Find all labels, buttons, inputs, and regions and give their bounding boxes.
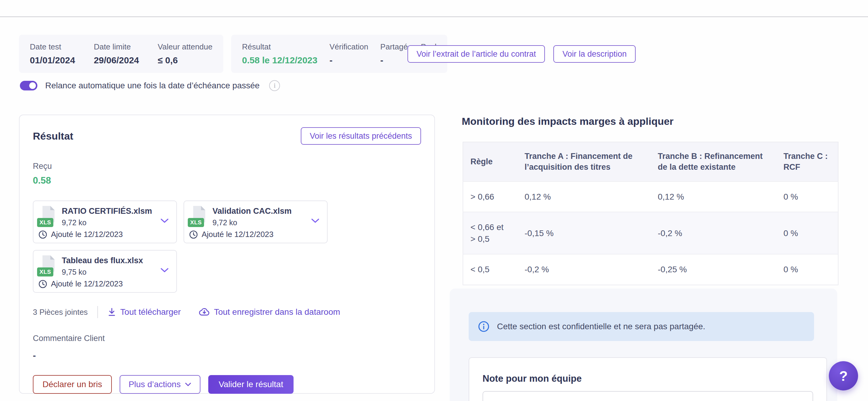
confidential-banner: Cette section est confidentielle et ne s… xyxy=(469,312,814,341)
col-header-regle: Règle xyxy=(463,142,518,182)
table-header-row: Règle Tranche A : Financement de l’acqui… xyxy=(463,142,838,182)
result-card: Résultat Voir les résultats précédents R… xyxy=(19,115,435,394)
file-card-top: XLS Tableau des flux.xlsx 9,75 ko xyxy=(38,255,172,279)
cell-tranche-a: -0,15 % xyxy=(518,212,651,254)
file-size: 9,72 ko xyxy=(213,218,292,227)
file-card[interactable]: XLS Validation CAC.xlsm 9,72 ko Ajouté l… xyxy=(184,201,328,243)
attachment-list: XLS RATIO CERTIFIÉS.xlsm 9,72 ko Ajouté … xyxy=(33,201,337,293)
col-header-tranche-a: Tranche A : Financement de l’acquisition… xyxy=(518,142,651,182)
chevron-down-icon xyxy=(185,382,191,387)
verification-field: Vérification - xyxy=(330,42,368,65)
file-added-text: Ajouté le 12/12/2023 xyxy=(202,230,274,239)
resultat-field: Résultat 0.58 le 12/12/2023 xyxy=(242,42,317,65)
date-limite-value: 29/06/2024 xyxy=(94,55,139,65)
received-label: Reçu xyxy=(33,162,421,171)
summary-strip: Date test 01/01/2024 Date limite 29/06/2… xyxy=(19,35,447,73)
download-all-label: Tout télécharger xyxy=(120,307,181,317)
file-size: 9,75 ko xyxy=(62,268,143,276)
resultat-value: 0.58 le 12/12/2023 xyxy=(242,55,317,65)
top-divider xyxy=(0,16,868,17)
file-card-top: XLS RATIO CERTIFIÉS.xlsm 9,72 ko xyxy=(38,205,172,229)
download-all-link[interactable]: Tout télécharger xyxy=(107,307,181,317)
file-meta: Tableau des flux.xlsx 9,75 ko xyxy=(62,255,143,276)
file-card-top: XLS Validation CAC.xlsm 9,72 ko xyxy=(189,205,322,229)
cloud-save-icon xyxy=(199,308,210,316)
date-test-value: 01/01/2024 xyxy=(30,55,75,65)
save-to-dataroom-link[interactable]: Tout enregistrer dans la dataroom xyxy=(199,307,340,317)
table-row: < 0,5 -0,2 % -0,25 % 0 % xyxy=(463,254,838,285)
cell-rule: < 0,5 xyxy=(463,254,518,285)
cell-rule: > 0,66 xyxy=(463,182,518,212)
attachments-count: 3 Pièces jointes xyxy=(33,308,88,317)
chevron-down-icon[interactable] xyxy=(160,268,169,273)
info-icon xyxy=(478,320,490,333)
date-test-field: Date test 01/01/2024 xyxy=(30,42,75,65)
chevron-down-icon[interactable] xyxy=(160,218,169,223)
margin-impacts-table: Règle Tranche A : Financement de l’acqui… xyxy=(463,142,838,285)
file-size: 9,72 ko xyxy=(62,218,152,227)
file-icon: XLS xyxy=(38,205,58,229)
file-icon: XLS xyxy=(189,205,208,229)
verification-label: Vérification xyxy=(330,42,368,52)
file-card[interactable]: XLS Tableau des flux.xlsx 9,75 ko Ajouté… xyxy=(33,250,177,293)
cell-tranche-b: 0,12 % xyxy=(650,182,776,212)
cell-tranche-b: -0,2 % xyxy=(650,212,776,254)
col-header-tranche-b: Tranche B : Refinancement de la dette ex… xyxy=(650,142,776,182)
declare-breach-button[interactable]: Déclarer un bris xyxy=(33,375,112,394)
file-meta: RATIO CERTIFIÉS.xlsm 9,72 ko xyxy=(62,205,152,227)
valeur-attendue-value: ≤ 0,6 xyxy=(158,55,213,65)
valeur-attendue-field: Valeur attendue ≤ 0,6 xyxy=(158,42,213,65)
result-card-header: Résultat Voir les résultats précédents xyxy=(33,127,421,145)
more-actions-button[interactable]: Plus d’actions xyxy=(120,375,201,394)
cell-tranche-c: 0 % xyxy=(776,254,838,285)
file-card[interactable]: XLS RATIO CERTIFIÉS.xlsm 9,72 ko Ajouté … xyxy=(33,201,177,243)
team-note-input[interactable]: Les documents sont bien certifiés par le… xyxy=(483,391,813,401)
file-added-row: Ajouté le 12/12/2023 xyxy=(38,230,172,239)
toggle-knob xyxy=(29,82,36,89)
verification-value: - xyxy=(330,55,368,65)
clock-icon xyxy=(38,279,47,288)
received-value: 0.58 xyxy=(33,175,421,186)
cell-tranche-c: 0 % xyxy=(776,182,838,212)
cell-rule: < 0,66 et > 0,5 xyxy=(463,212,518,254)
file-name: Validation CAC.xlsm xyxy=(213,207,292,216)
confidential-banner-text: Cette section est confidentielle et ne s… xyxy=(497,322,705,331)
file-name: RATIO CERTIFIÉS.xlsm xyxy=(62,207,152,216)
view-description-button[interactable]: Voir la description xyxy=(553,45,636,63)
info-icon[interactable]: i xyxy=(269,80,280,91)
vertical-divider xyxy=(97,306,98,318)
result-card-title: Résultat xyxy=(33,130,73,142)
file-added-text: Ajouté le 12/12/2023 xyxy=(51,230,123,239)
save-to-dataroom-label: Tout enregistrer dans la dataroom xyxy=(214,307,340,317)
clock-icon xyxy=(38,230,47,239)
previous-results-button[interactable]: Voir les résultats précédents xyxy=(301,127,421,145)
xls-badge: XLS xyxy=(37,268,53,276)
team-note-card: Note pour mon équipe Les documents sont … xyxy=(469,357,827,401)
chevron-down-icon[interactable] xyxy=(311,218,320,223)
file-name: Tableau des flux.xlsx xyxy=(62,256,143,265)
download-icon xyxy=(107,308,116,316)
attachments-toolbar: 3 Pièces jointes Tout télécharger Tout e… xyxy=(33,306,421,318)
auto-reminder-row: Relance automatique une fois la date d’é… xyxy=(20,80,280,91)
cell-tranche-b: -0,25 % xyxy=(650,254,776,285)
valeur-attendue-label: Valeur attendue xyxy=(158,42,213,52)
file-added-text: Ajouté le 12/12/2023 xyxy=(51,279,123,288)
result-actions: Déclarer un bris Plus d’actions Valider … xyxy=(33,375,421,394)
table-row: < 0,66 et > 0,5 -0,15 % -0,2 % 0 % xyxy=(463,212,838,254)
team-note-title: Note pour mon équipe xyxy=(483,373,813,384)
more-actions-label: Plus d’actions xyxy=(129,379,181,389)
covenant-detail-page: Date test 01/01/2024 Date limite 29/06/2… xyxy=(0,0,868,401)
client-comment-value: - xyxy=(33,350,421,361)
validate-result-button[interactable]: Valider le résultat xyxy=(208,375,293,394)
auto-reminder-toggle[interactable] xyxy=(20,81,37,90)
date-limite-field: Date limite 29/06/2024 xyxy=(94,42,139,65)
help-button[interactable]: ? xyxy=(829,361,858,391)
view-contract-extract-button[interactable]: Voir l’extrait de l’article du contrat xyxy=(407,45,545,63)
date-test-label: Date test xyxy=(30,42,75,52)
xls-badge: XLS xyxy=(188,218,204,227)
top-action-buttons: Voir l’extrait de l’article du contrat V… xyxy=(407,45,636,63)
client-comment-label: Commentaire Client xyxy=(33,334,421,343)
col-header-tranche-c: Tranche C : RCF xyxy=(776,142,838,182)
table-row: > 0,66 0,12 % 0,12 % 0 % xyxy=(463,182,838,212)
confidential-section: Cette section est confidentielle et ne s… xyxy=(450,288,837,401)
